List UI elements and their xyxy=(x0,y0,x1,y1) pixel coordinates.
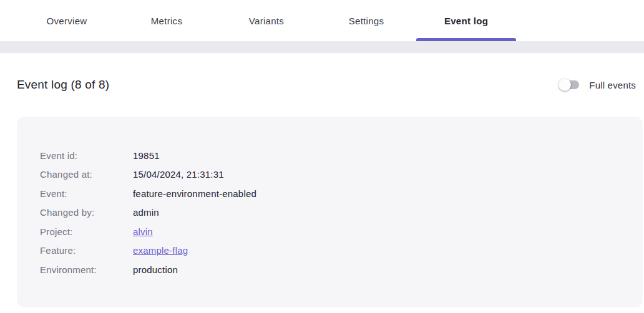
full-events-toggle-group: Full events xyxy=(559,79,636,91)
content-sheet: Event log (8 of 8) Full events Event id:… xyxy=(0,53,644,313)
tab-settings[interactable]: Settings xyxy=(316,0,416,41)
full-events-toggle-label[interactable]: Full events xyxy=(589,80,636,90)
event-card: Event id: 19851 Changed at: 15/04/2024, … xyxy=(17,117,643,307)
event-field-grid: Event id: 19851 Changed at: 15/04/2024, … xyxy=(40,146,618,279)
toggle-knob xyxy=(559,79,571,91)
event-type-value: feature-environment-enabled xyxy=(133,188,618,199)
environment-label: Environment: xyxy=(40,264,133,275)
tab-bar: Overview Metrics Variants Settings Event… xyxy=(0,0,644,41)
full-events-toggle[interactable] xyxy=(559,79,580,91)
page-background-band xyxy=(0,41,644,53)
changed-by-value: admin xyxy=(133,207,618,218)
project-link[interactable]: alvin xyxy=(133,226,153,237)
feature-link[interactable]: example-flag xyxy=(133,245,188,256)
environment-value: production xyxy=(133,264,618,275)
page-title: Event log (8 of 8) xyxy=(17,76,109,94)
changed-at-label: Changed at: xyxy=(40,169,133,180)
tab-event-log[interactable]: Event log xyxy=(416,0,516,41)
event-type-label: Event: xyxy=(40,188,133,199)
changed-by-label: Changed by: xyxy=(40,207,133,218)
changed-at-value: 15/04/2024, 21:31:31 xyxy=(133,169,618,180)
feature-label: Feature: xyxy=(40,245,133,256)
tab-variants[interactable]: Variants xyxy=(217,0,316,41)
event-id-label: Event id: xyxy=(40,150,133,161)
tab-metrics[interactable]: Metrics xyxy=(117,0,217,41)
project-value: alvin xyxy=(133,226,618,237)
tab-overview[interactable]: Overview xyxy=(17,0,117,41)
event-id-value: 19851 xyxy=(133,150,618,161)
tab-event-log-label: Event log xyxy=(444,16,488,26)
project-label: Project: xyxy=(40,226,133,237)
heading-row: Event log (8 of 8) Full events xyxy=(0,76,644,94)
active-tab-indicator xyxy=(416,38,516,41)
feature-value: example-flag xyxy=(133,245,618,256)
